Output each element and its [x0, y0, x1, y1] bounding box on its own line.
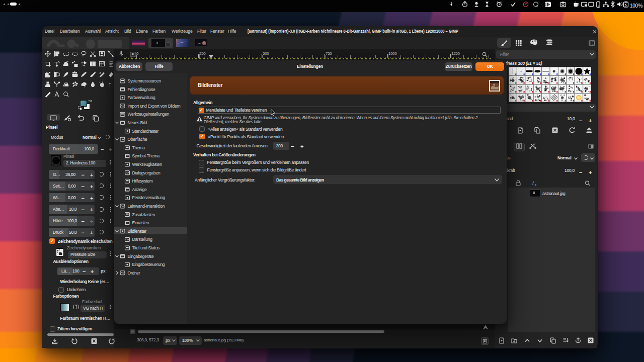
svg-text:x: x: [535, 183, 537, 187]
svg-text:f: f: [532, 181, 534, 186]
